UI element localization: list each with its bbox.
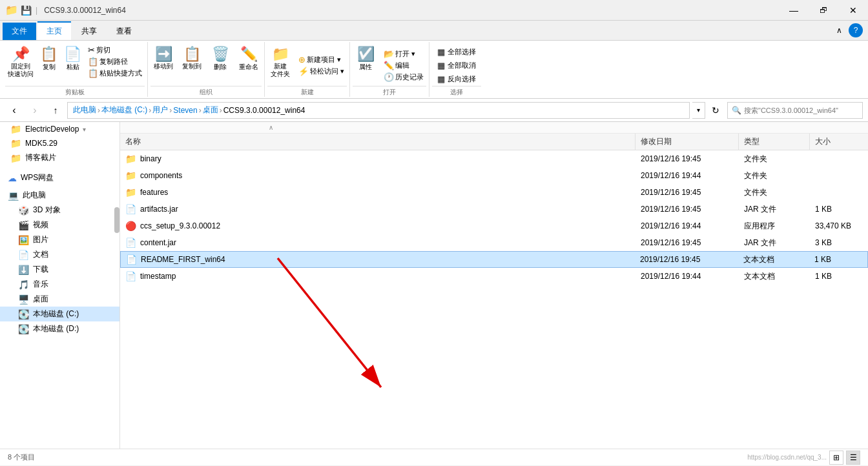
delete-button[interactable]: 🗑️ 删除 [207,45,233,73]
paste-shortcut-button[interactable]: 📋粘贴快捷方式 [85,68,145,79]
file-type-cell: JAR 文件 [739,204,810,215]
back-button[interactable]: ‹ [5,101,23,119]
file-date-cell: 2019/12/16 19:45 [636,205,739,214]
table-row[interactable]: 📄 timestamp 2019/12/16 19:44 文本文档 1 KB [120,268,868,285]
folder-icon: 📁 [10,124,21,134]
sidebar-item-wps[interactable]: ☁ WPS网盘 [0,170,119,185]
col-header-size[interactable]: 大小 [810,134,868,150]
path-disk-c[interactable]: 本地磁盘 (C:) [101,105,147,116]
file-name-cell: 📁 features [120,187,636,198]
easy-access-button[interactable]: ⚡轻松访问 ▾ [296,66,347,77]
file-size-cell: 1 KB [809,255,867,264]
sidebar-item-electricdevelop[interactable]: 📁 ElectricDevelop ▾ [0,122,119,136]
sidebar-item-3d[interactable]: 🎲 3D 对象 [0,203,119,218]
table-row[interactable]: 📄 content.jar 2019/12/16 19:45 JAR 文件 3 … [120,234,868,251]
sidebar-item-video[interactable]: 🎬 视频 [0,218,119,232]
edit-button[interactable]: ✏️编辑 [381,60,426,71]
file-date-cell: 2019/12/16 19:45 [635,255,738,264]
sidebar-item-mdk[interactable]: 📁 MDK5.29 [0,136,119,150]
sidebar-item-desktop[interactable]: 🖥️ 桌面 [0,292,119,307]
table-row[interactable]: 📄 README_FIRST_win64 2019/12/16 19:45 文本… [120,251,868,268]
sidebar-item-music[interactable]: 🎵 音乐 [0,277,119,292]
search-input[interactable] [744,106,858,114]
select-all-button[interactable]: ▦全部选择 [432,46,481,58]
rename-button[interactable]: ✏️ 重命名 [236,45,262,73]
path-sep-1: › [98,106,100,115]
sidebar-label: 文档 [33,249,48,260]
cut-button[interactable]: ✂剪切 [85,45,145,56]
sidebar-item-documents[interactable]: 📄 文档 [0,247,119,262]
table-row[interactable]: 📁 components 2019/12/16 19:44 文件夹 [120,167,868,184]
table-row[interactable]: 📁 binary 2019/12/16 19:45 文件夹 [120,150,868,167]
sidebar-item-drive-c[interactable]: 💽 本地磁盘 (C:) [0,307,119,321]
file-size-cell: 1 KB [810,272,868,281]
sidebar-label: 本地磁盘 (C:) [33,309,79,319]
new-folder-button[interactable]: 📁 新建文件夹 [267,45,293,79]
select-none-button[interactable]: ▦全部取消 [432,59,481,72]
file-name-cell: 📁 components [120,170,636,181]
dropdown-button[interactable]: ▾ [692,102,705,119]
file-date-cell: 2019/12/16 19:44 [636,272,739,281]
sidebar-label: 本地磁盘 (D:) [33,323,79,334]
tab-share[interactable]: 共享 [72,23,106,40]
copy-path-button[interactable]: 📋复制路径 [85,56,145,67]
folder-icon: 📁 [125,187,136,198]
pin-button[interactable]: 📌 固定到快速访问 [5,45,36,79]
minimize-button[interactable]: — [779,0,809,21]
move-to-button[interactable]: ➡️ 移动到 [150,45,176,72]
file-type-cell: JAR 文件 [739,238,810,248]
sidebar-label: 此电脑 [23,190,46,201]
file-date-cell: 2019/12/16 19:44 [636,221,739,230]
new-item-button[interactable]: ⊕新建项目 ▾ [296,54,347,65]
up-button[interactable]: ↑ [46,101,65,119]
copy-button[interactable]: 📋 复制 [37,45,60,79]
path-desktop[interactable]: 桌面 [203,105,218,116]
tab-view[interactable]: 查看 [107,23,141,40]
invert-selection-button[interactable]: ▦反向选择 [432,73,481,85]
help-button[interactable]: ? [849,23,863,37]
forward-button[interactable]: › [26,101,44,119]
music-icon: 🎵 [18,279,29,290]
col-header-name[interactable]: 名称 [120,134,636,150]
watermark-text: https://blog.csdn.net/qq_3... [747,454,827,461]
file-icon: 📄 [126,254,137,265]
grid-view-button[interactable]: ⊞ [829,451,843,465]
open-button[interactable]: 📂打开 ▾ [381,48,426,59]
folder-icon: 📁 [125,170,136,181]
maximize-button[interactable]: 🗗 [809,0,838,21]
copy-to-button[interactable]: 📋 复制到 [179,45,205,72]
path-steven[interactable]: Steven [173,106,197,115]
table-row[interactable]: 📁 features 2019/12/16 19:45 文件夹 [120,184,868,201]
path-sep-4: › [199,106,202,115]
address-path[interactable]: 此电脑 › 本地磁盘 (C:) › 用户 › Steven › 桌面 › CCS… [67,102,690,119]
tab-home[interactable]: 主页 [37,21,71,40]
sidebar-item-downloads[interactable]: ⬇️ 下载 [0,262,119,277]
sidebar-item-drive-d[interactable]: 💽 本地磁盘 (D:) [0,321,119,336]
sidebar-label: 博客截片 [25,152,56,163]
col-header-type[interactable]: 类型 [739,134,810,150]
cloud-icon: ☁ [8,173,17,183]
path-users[interactable]: 用户 [152,105,168,116]
col-header-date[interactable]: 修改日期 [636,134,739,150]
3d-icon: 🎲 [18,205,29,216]
window-title: CCS9.3.0.00012_win64 [44,6,779,15]
sidebar-item-blog[interactable]: 📁 博客截片 [0,150,119,165]
paste-button[interactable]: 📄 粘贴 [61,45,84,79]
status-bar: 8 个项目 https://blog.csdn.net/qq_3... ⊞ ☰ [0,449,868,465]
clipboard-label: 剪贴板 [5,86,145,97]
refresh-button[interactable]: ↻ [707,101,725,119]
file-type-cell: 文本文档 [739,271,810,282]
path-computer[interactable]: 此电脑 [73,105,96,116]
ribbon-collapse-button[interactable]: ∧ [832,23,846,37]
history-button[interactable]: 🕐历史记录 [381,72,426,83]
search-icon: 🔍 [732,106,741,115]
properties-button[interactable]: ☑️ 属性 [353,45,378,73]
tab-file[interactable]: 文件 [3,23,36,40]
list-view-button[interactable]: ☰ [846,451,860,465]
sidebar-item-pictures[interactable]: 🖼️ 图片 [0,232,119,247]
table-row[interactable]: 🔴 ccs_setup_9.3.0.00012 2019/12/16 19:44… [120,218,868,234]
close-button[interactable]: ✕ [838,0,868,21]
sidebar-item-computer[interactable]: 💻 此电脑 [0,188,119,203]
search-box[interactable]: 🔍 [727,102,863,119]
table-row[interactable]: 📄 artifacts.jar 2019/12/16 19:45 JAR 文件 … [120,201,868,218]
